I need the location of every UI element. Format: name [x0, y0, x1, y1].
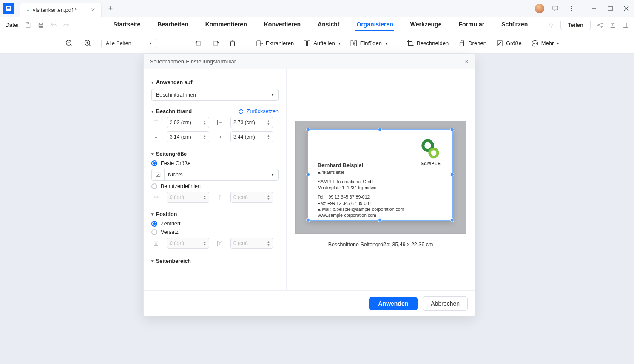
panel-icon[interactable] [622, 22, 629, 28]
margin-top-input[interactable]: 2,02 (cm)▲▼ [167, 117, 209, 128]
menu-konvertieren[interactable]: Konvertieren [263, 18, 301, 31]
svg-rect-1 [7, 7, 10, 7]
dialog-title: Seitenrahmen-Einstellungsformular [150, 58, 236, 65]
close-tab-icon[interactable]: × [91, 6, 95, 14]
rotate-button[interactable]: Drehen [458, 40, 486, 47]
crop-selection[interactable]: SAMPLE Bernhard Beispiel Einkaufsleiter … [307, 129, 453, 221]
menu-formular[interactable]: Formular [458, 18, 485, 31]
rotate-left-button[interactable] [195, 40, 202, 47]
dialog-close-icon[interactable]: × [465, 58, 469, 65]
dialog-preview-panel: SAMPLE Bernhard Beispiel Einkaufsleiter … [287, 69, 475, 290]
position-header[interactable]: Position [151, 211, 279, 217]
offset-y-input: 0 (cm)▲▼ [230, 238, 273, 249]
page-size-header[interactable]: Seitengröße [151, 151, 279, 157]
margin-left-input[interactable]: 2,73 (cm)▲▼ [230, 117, 273, 128]
apply-to-select[interactable]: Beschnittrahmen ▾ [151, 89, 279, 101]
menu-kommentieren[interactable]: Kommentieren [205, 18, 248, 31]
page-range-header[interactable]: Seitenbereich [151, 258, 279, 264]
kebab-icon[interactable]: ⋮ [566, 3, 577, 14]
svg-point-10 [550, 23, 553, 26]
menu-bearbeiten[interactable]: Bearbeiten [156, 18, 189, 31]
app-logo [3, 3, 14, 14]
chevron-down-icon: ▾ [272, 173, 274, 177]
menu-schützen[interactable]: Schützen [500, 18, 529, 31]
svg-rect-32 [308, 41, 310, 46]
extract-button[interactable]: Extrahieren [256, 40, 294, 47]
menu-organisieren[interactable]: Organisieren [355, 18, 394, 31]
extract-label: Extrahieren [266, 40, 294, 46]
close-window-icon[interactable] [621, 3, 631, 14]
page-selector-label: Alle Seiten [106, 40, 131, 46]
zoom-in-icon[interactable] [82, 38, 94, 49]
preview-page: SAMPLE Bernhard Beispiel Einkaufsleiter … [295, 121, 466, 234]
y-label: |Y| [215, 240, 225, 246]
custom-radio[interactable]: Benutzerdefiniert [151, 183, 279, 189]
more-label: Mehr [541, 40, 554, 46]
comment-icon[interactable] [550, 3, 560, 14]
offset-x-input: 0 (cm)▲▼ [167, 238, 209, 249]
file-menu[interactable]: Datei [5, 22, 19, 28]
fixed-size-select[interactable]: Nichts ▾ [151, 169, 279, 181]
maximize-icon[interactable] [605, 3, 615, 14]
chevron-down-icon: ▾ [150, 41, 152, 46]
card-logo: SAMPLE [420, 138, 442, 166]
svg-rect-35 [460, 42, 464, 46]
margin-bottom-input[interactable]: 3,14 (cm)▲▼ [167, 131, 209, 142]
margin-right-icon [215, 134, 225, 140]
size-button[interactable]: Größe [496, 40, 522, 47]
custom-width-input: 0 (cm)▲▼ [167, 192, 209, 203]
svg-point-12 [601, 23, 603, 24]
menu-startseite[interactable]: Startseite [113, 18, 142, 31]
save-icon[interactable] [25, 22, 31, 28]
svg-rect-25 [230, 42, 234, 46]
new-tab-button[interactable]: + [108, 4, 113, 13]
svg-rect-3 [553, 6, 558, 10]
custom-height-input: 0 (cm)▲▼ [230, 192, 273, 203]
svg-point-47 [429, 149, 438, 157]
delete-button[interactable] [229, 40, 236, 47]
svg-rect-31 [304, 41, 306, 46]
crop-margin-header[interactable]: Beschnittrand [151, 108, 192, 114]
print-icon[interactable] [37, 22, 44, 28]
lightbulb-icon[interactable] [548, 22, 554, 28]
margin-top-icon [151, 119, 161, 126]
share-icon[interactable] [597, 22, 603, 28]
offset-radio[interactable]: Versatz [151, 229, 279, 235]
page-selector[interactable]: Alle Seiten ▾ [101, 39, 156, 48]
menu-ansicht[interactable]: Ansicht [317, 18, 340, 31]
menu-werkzeuge[interactable]: Werkzeuge [409, 18, 443, 31]
crop-label: Beschneiden [417, 40, 449, 46]
workspace: Seitenrahmen-Einstellungsformular × Anwe… [0, 54, 634, 364]
margin-right-input[interactable]: 3,44 (cm)▲▼ [230, 131, 273, 142]
share-button[interactable]: Teilen [560, 20, 591, 30]
split-button[interactable]: Aufteilen▾ [303, 40, 341, 47]
upload-icon[interactable] [609, 22, 616, 28]
document-tab[interactable]: ⌄ visitenkarten.pdf * × [20, 3, 102, 17]
svg-rect-33 [351, 41, 353, 46]
dialog-left-panel: Anwenden auf Beschnittrahmen ▾ Beschnitt… [144, 69, 287, 290]
svg-line-18 [71, 44, 72, 46]
svg-rect-24 [214, 41, 217, 46]
redo-icon[interactable] [63, 22, 70, 28]
svg-line-22 [89, 44, 91, 46]
more-button[interactable]: Mehr▾ [531, 40, 560, 47]
insert-button[interactable]: Einfügen▾ [350, 40, 387, 47]
x-label: X [151, 240, 161, 246]
apply-button[interactable]: Anwenden [369, 297, 418, 310]
minimize-icon[interactable] [589, 3, 599, 14]
crop-button[interactable]: Beschneiden [407, 40, 449, 47]
zoom-out-icon[interactable] [64, 38, 75, 49]
rotate-right-button[interactable] [212, 40, 219, 47]
svg-point-11 [598, 24, 599, 26]
apply-to-header[interactable]: Anwenden auf [151, 80, 279, 85]
cancel-button[interactable]: Abbrechen [423, 296, 468, 311]
svg-point-39 [534, 43, 535, 44]
apply-to-value: Beschnittrahmen [156, 92, 196, 98]
centered-radio[interactable]: Zentriert [151, 221, 279, 227]
crop-size-info: Beschnittene Seitengröße: 35,49 x 22,36 … [328, 242, 433, 247]
reset-button[interactable]: Zurücksetzen [238, 108, 279, 114]
fixed-size-radio[interactable]: Feste Größe [151, 160, 279, 166]
undo-icon[interactable] [50, 22, 57, 28]
svg-point-40 [536, 43, 537, 44]
avatar[interactable] [535, 4, 544, 13]
